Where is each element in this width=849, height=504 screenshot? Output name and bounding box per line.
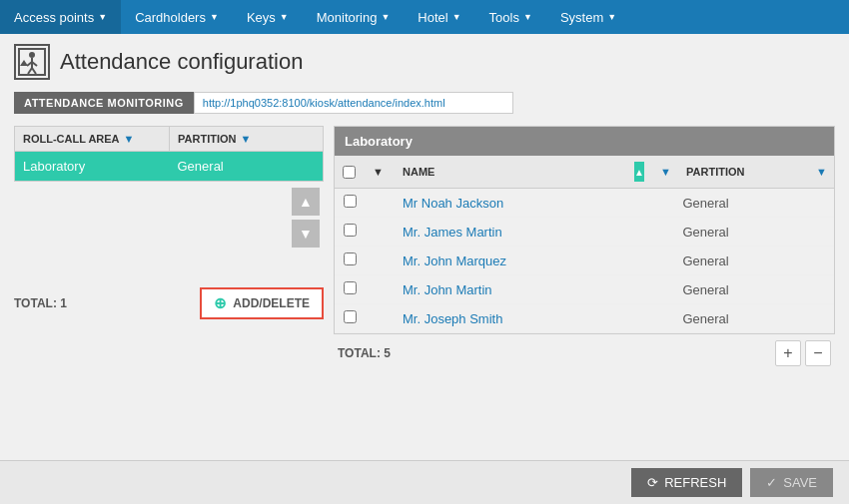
bottom-left: TOTAL: 1 ⊕ ADD/DELETE <box>14 287 324 319</box>
left-row-area: Laboratory <box>15 152 170 182</box>
left-panel: ROLL-CALL AREA ▼ PARTITION ▼ Laboratory … <box>14 126 324 319</box>
save-button[interactable]: ✓ SAVE <box>750 468 833 497</box>
row-checkbox-3[interactable] <box>344 281 357 294</box>
row-name-3[interactable]: Mr. John Martin <box>395 275 615 304</box>
check-icon: ✓ <box>766 475 777 490</box>
left-total-label: TOTAL: 1 <box>14 296 67 310</box>
filter-icon-partition-left[interactable]: ▼ <box>240 133 251 145</box>
row-checkbox-cell[interactable] <box>335 189 365 218</box>
row-checkbox-cell[interactable] <box>335 247 365 275</box>
url-bar-input[interactable] <box>194 92 513 114</box>
row-checkbox-2[interactable] <box>344 252 357 265</box>
svg-line-6 <box>32 68 36 74</box>
add-delete-button[interactable]: ⊕ ADD/DELETE <box>200 287 324 319</box>
row-checkbox-cell[interactable] <box>335 304 365 333</box>
row-partition-2: General <box>674 247 804 275</box>
row-name-2[interactable]: Mr. John Marquez <box>395 247 615 275</box>
row-name-1[interactable]: Mr. James Martin <box>395 218 615 247</box>
row-name-0[interactable]: Mr Noah Jackson <box>395 189 615 218</box>
row-expand-cell <box>365 247 395 275</box>
right-panel: Laboratory ▼ NAME ▲ ▼ <box>334 126 835 366</box>
rth-expand: ▼ <box>365 156 395 188</box>
select-all-checkbox[interactable] <box>343 166 356 179</box>
left-table-row[interactable]: Laboratory General <box>15 152 324 182</box>
th-roll-call-area: ROLL-CALL AREA ▼ <box>15 127 170 151</box>
right-table-row[interactable]: Mr. John Marquez General <box>335 247 834 275</box>
rth-partition-filter[interactable]: ▼ <box>808 156 834 188</box>
main-layout: ROLL-CALL AREA ▼ PARTITION ▼ Laboratory … <box>14 126 835 366</box>
nav-label-cardholders: Cardholders <box>135 10 206 25</box>
row-partition-0: General <box>674 189 804 218</box>
right-table-row[interactable]: Mr Noah Jackson General <box>335 189 834 218</box>
nav-item-access-points[interactable]: Access points ▼ <box>0 0 121 34</box>
th-partition: PARTITION ▼ <box>170 127 323 151</box>
filter-icon-partition-right[interactable]: ▼ <box>816 166 827 178</box>
row-checkbox-4[interactable] <box>344 310 357 323</box>
chevron-icon-tools: ▼ <box>523 12 532 22</box>
save-label: SAVE <box>783 475 817 490</box>
arrow-up-button[interactable]: ▲ <box>292 188 320 216</box>
arrow-down-button[interactable]: ▼ <box>292 220 320 248</box>
minus-button[interactable]: − <box>805 340 831 366</box>
right-table-wrapper: Laboratory ▼ NAME ▲ ▼ <box>334 126 835 334</box>
nav-item-monitoring[interactable]: Monitoring ▼ <box>303 0 405 34</box>
add-icon: ⊕ <box>214 294 227 312</box>
right-table-row[interactable]: Mr. John Martin General <box>335 275 834 304</box>
bottom-bar: ⟳ REFRESH ✓ SAVE <box>0 460 849 504</box>
row-checkbox-0[interactable] <box>344 195 357 208</box>
nav-label-access-points: Access points <box>14 10 94 25</box>
chevron-icon-keys: ▼ <box>280 12 289 22</box>
filter-icon-roll-call[interactable]: ▼ <box>124 133 135 145</box>
expand-icon: ▼ <box>373 166 384 178</box>
url-bar-row: ATTENDANCE MONITORING <box>14 92 835 114</box>
nav-item-system[interactable]: System ▼ <box>546 0 630 34</box>
nav-label-system: System <box>560 10 603 25</box>
nav-bar: Access points ▼ Cardholders ▼ Keys ▼ Mon… <box>0 0 849 34</box>
right-table-row[interactable]: Mr. Joseph Smith General <box>335 304 834 333</box>
nav-item-tools[interactable]: Tools ▼ <box>475 0 546 34</box>
rth-name: NAME <box>395 156 626 188</box>
row-checkbox-1[interactable] <box>344 224 357 237</box>
refresh-label: REFRESH <box>664 475 726 490</box>
bottom-right: TOTAL: 5 + − <box>334 340 835 366</box>
chevron-icon-system: ▼ <box>607 12 616 22</box>
rth-partition-right: PARTITION <box>678 156 808 188</box>
page-title-row: Attendance configuration <box>14 44 835 80</box>
nav-item-hotel[interactable]: Hotel ▼ <box>404 0 474 34</box>
left-row-partition: General <box>170 152 324 182</box>
svg-point-1 <box>29 52 35 58</box>
row-partition-1: General <box>674 218 804 247</box>
nav-label-hotel: Hotel <box>418 10 447 25</box>
rth-sort[interactable]: ▲ <box>626 156 652 188</box>
chevron-icon-monitoring: ▼ <box>381 12 390 22</box>
row-name-4[interactable]: Mr. Joseph Smith <box>395 304 615 333</box>
row-checkbox-cell[interactable] <box>335 275 365 304</box>
nav-item-cardholders[interactable]: Cardholders ▼ <box>121 0 233 34</box>
left-table-header: ROLL-CALL AREA ▼ PARTITION ▼ <box>14 126 324 151</box>
row-expand-cell <box>365 275 395 304</box>
row-partition-4: General <box>674 304 804 333</box>
row-partition-3: General <box>674 275 804 304</box>
right-table-title: Laboratory <box>335 127 834 156</box>
nav-item-keys[interactable]: Keys ▼ <box>233 0 303 34</box>
chevron-icon-access-points: ▼ <box>98 12 107 22</box>
filter-icon-name[interactable]: ▼ <box>660 166 671 178</box>
sort-button[interactable]: ▲ <box>634 162 644 182</box>
refresh-button[interactable]: ⟳ REFRESH <box>631 468 742 497</box>
right-table-row[interactable]: Mr. James Martin General <box>335 218 834 247</box>
plus-minus-controls: + − <box>775 340 831 366</box>
right-col-headers: ▼ NAME ▲ ▼ PARTITION ▼ <box>335 156 834 189</box>
right-total-label: TOTAL: 5 <box>338 346 391 360</box>
left-table: Laboratory General <box>14 151 324 182</box>
chevron-icon-hotel: ▼ <box>452 12 461 22</box>
right-table: Mr Noah Jackson General Mr. James Martin… <box>335 189 834 333</box>
row-expand-cell <box>365 189 395 218</box>
row-expand-cell <box>365 218 395 247</box>
plus-button[interactable]: + <box>775 340 801 366</box>
url-bar-label: ATTENDANCE MONITORING <box>14 92 194 114</box>
row-checkbox-cell[interactable] <box>335 218 365 247</box>
rth-name-filter[interactable]: ▼ <box>652 156 678 188</box>
add-delete-label: ADD/DELETE <box>233 296 310 310</box>
row-expand-cell <box>365 304 395 333</box>
nav-label-keys: Keys <box>247 10 276 25</box>
